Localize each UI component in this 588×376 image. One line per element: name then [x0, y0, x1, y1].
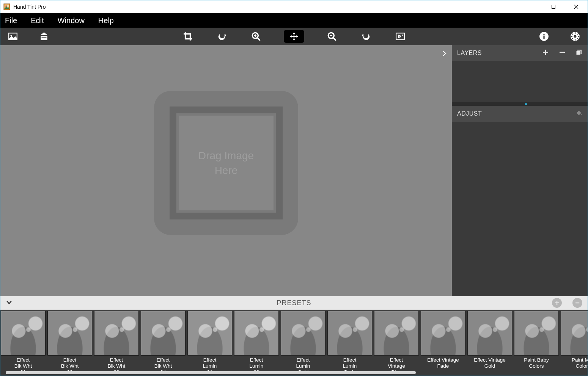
presets-header: PRESETS + − — [0, 296, 588, 310]
preset-item[interactable]: Effect Lumin Gold — [280, 311, 326, 376]
preset-thumbnail — [281, 311, 325, 356]
svg-rect-3 — [529, 7, 533, 7]
layers-opacity-slider[interactable] — [452, 102, 588, 106]
svg-point-12 — [402, 34, 403, 36]
menubar: File Edit Window Help — [0, 13, 588, 28]
drop-zone-text-2: Here — [215, 163, 238, 178]
menu-window[interactable]: Window — [58, 16, 85, 25]
redo-button[interactable] — [360, 30, 373, 43]
svg-rect-15 — [543, 36, 544, 39]
preset-item[interactable]: Effect Blk Wht 02 — [47, 311, 93, 376]
menu-file[interactable]: File — [5, 16, 17, 25]
info-button[interactable] — [538, 30, 550, 43]
svg-rect-21 — [578, 36, 579, 37]
preset-thumbnail — [94, 311, 139, 356]
window-minimize-button[interactable] — [519, 0, 542, 13]
svg-rect-18 — [575, 32, 575, 34]
svg-point-14 — [543, 34, 544, 35]
adjust-bucket-icon[interactable] — [575, 110, 582, 118]
layers-panel-body — [452, 61, 588, 102]
preset-item[interactable]: Effect Lumin 02 — [234, 311, 279, 376]
preset-thumbnail — [187, 311, 232, 356]
duplicate-layer-button[interactable] — [575, 49, 582, 57]
layers-panel-header: LAYERS — [452, 45, 588, 61]
add-preset-button[interactable]: + — [552, 298, 562, 308]
preset-thumbnail — [141, 311, 186, 356]
window-titlebar: Hand Tint Pro — [0, 0, 588, 13]
menu-edit[interactable]: Edit — [31, 16, 44, 25]
add-layer-button[interactable] — [542, 49, 549, 57]
svg-rect-4 — [552, 5, 555, 9]
app-icon — [3, 3, 10, 10]
preset-item[interactable]: Effect Blk Wht 01 — [0, 311, 46, 376]
preset-thumbnail — [327, 311, 372, 356]
toolbar — [0, 28, 588, 45]
crop-button[interactable] — [181, 30, 194, 43]
preset-item[interactable]: Effect Vintage Blue — [374, 311, 419, 376]
preset-thumbnail — [421, 311, 465, 356]
preset-item[interactable]: Effect Lumin 01 — [187, 311, 233, 376]
zoom-out-button[interactable] — [325, 30, 338, 43]
preset-item[interactable]: Effect Vintage Fade — [420, 311, 466, 376]
preset-item[interactable]: Effect Blk Wht 04 — [140, 311, 186, 376]
drop-zone[interactable]: Drag Image Here — [154, 91, 298, 235]
layers-panel-title: LAYERS — [457, 50, 482, 56]
preset-item[interactable]: Paint Mos Colors — [560, 311, 588, 376]
drop-zone-text-1: Drag Image — [198, 148, 254, 163]
collapse-side-panel-icon[interactable] — [441, 49, 447, 59]
remove-preset-button[interactable]: − — [572, 298, 582, 308]
adjust-panel-header: ADJUST — [452, 106, 588, 122]
preset-thumbnail — [234, 311, 279, 356]
preset-item[interactable]: Paint Baby Colors — [514, 311, 559, 376]
window-maximize-button[interactable] — [542, 0, 565, 13]
svg-rect-7 — [41, 36, 47, 40]
zoom-in-button[interactable] — [250, 30, 263, 43]
preset-thumbnail — [1, 311, 46, 356]
preset-thumbnail — [374, 311, 419, 356]
svg-rect-20 — [571, 36, 572, 37]
undo-button[interactable] — [215, 30, 228, 43]
presets-collapse-icon[interactable] — [6, 298, 13, 308]
preset-item[interactable]: Effect Blk Wht 03 — [94, 311, 139, 376]
preset-item[interactable]: Effect Lumin Grain — [327, 311, 373, 376]
settings-button[interactable] — [569, 30, 582, 43]
adjust-panel-title: ADJUST — [457, 110, 482, 117]
presets-scrollbar[interactable] — [1, 369, 587, 375]
preset-thumbnail — [47, 311, 92, 356]
window-title: Hand Tint Pro — [13, 4, 46, 10]
adjust-panel-body — [452, 122, 588, 296]
presets-strip[interactable]: Effect Blk Wht 01Effect Blk Wht 02Effect… — [0, 310, 588, 376]
preset-thumbnail — [467, 311, 512, 356]
window-close-button[interactable] — [565, 0, 588, 13]
preset-thumbnail — [514, 311, 559, 356]
save-image-button[interactable] — [38, 30, 50, 43]
pan-button[interactable] — [284, 30, 304, 43]
svg-rect-19 — [575, 39, 575, 41]
preset-thumbnail — [561, 311, 588, 356]
canvas-area[interactable]: Drag Image Here — [0, 45, 452, 296]
svg-rect-8 — [42, 37, 47, 38]
remove-layer-button[interactable] — [559, 49, 566, 57]
svg-rect-27 — [576, 51, 580, 55]
svg-point-6 — [11, 35, 12, 36]
menu-help[interactable]: Help — [98, 16, 114, 25]
compare-button[interactable] — [394, 30, 407, 43]
preset-item[interactable]: Effect Vintage Gold — [467, 311, 513, 376]
presets-title: PRESETS — [277, 299, 311, 307]
side-panels: LAYERS ADJUST — [452, 45, 588, 296]
open-image-button[interactable] — [6, 30, 19, 43]
svg-point-17 — [574, 35, 577, 38]
